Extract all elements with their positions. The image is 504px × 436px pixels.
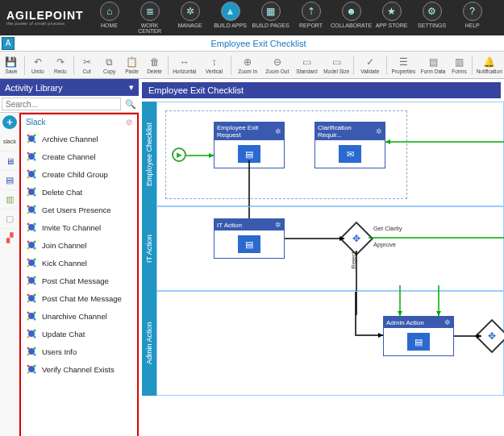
app-tab-icon[interactable]: A — [2, 37, 15, 50]
library-group-header[interactable]: Slack ⊘ — [21, 114, 137, 130]
ribbon-zoom-out[interactable]: ⊖Zoom Out — [262, 53, 292, 77]
paste-icon: 📋 — [126, 56, 138, 68]
svg-point-43 — [27, 283, 30, 285]
svg-point-44 — [34, 283, 36, 285]
svg-point-68 — [27, 372, 30, 374]
svg-point-36 — [27, 259, 30, 261]
stencil-tab-shapes[interactable]: ▞ — [0, 229, 19, 248]
activity-it-action[interactable]: IT Action✲ ▤ — [214, 218, 285, 259]
library-item[interactable]: Post Chat Message — [21, 272, 137, 289]
library-item[interactable]: Users Info — [21, 343, 137, 360]
nav-app-store[interactable]: ★APP STORE — [373, 2, 411, 34]
svg-point-45 — [28, 295, 35, 301]
activity-icon — [26, 204, 37, 215]
nav-build-pages[interactable]: ▦BUILD PAGES — [252, 2, 290, 34]
library-search-input[interactable] — [2, 98, 121, 110]
gear-icon[interactable]: ✲ — [376, 127, 382, 135]
swimlane-label[interactable]: IT Action — [142, 206, 156, 291]
activity-employee-exit-request[interactable]: Employee Exit Request✲ ▤ — [214, 122, 285, 168]
library-item[interactable]: Create Channel — [21, 147, 137, 165]
svg-point-17 — [34, 188, 36, 190]
ribbon-forms[interactable]: ▥Forms — [448, 53, 471, 77]
stencil-tab-slack[interactable]: slack — [0, 132, 19, 152]
ribbon-vertical[interactable]: ↕Vertical — [199, 53, 229, 77]
library-item[interactable]: Update Chat — [21, 325, 137, 343]
activity-icon — [26, 363, 37, 375]
cut-icon: ✂ — [83, 56, 91, 68]
library-item[interactable]: Invite To Channel — [21, 218, 137, 236]
ribbon-notification[interactable]: 🔔Notification — [474, 53, 504, 77]
swimlane-label[interactable]: Employee Checklist — [142, 102, 156, 206]
add-stencil-button[interactable]: + — [2, 115, 17, 130]
library-item[interactable]: Get Users Presence — [21, 201, 137, 218]
svg-point-15 — [28, 189, 35, 195]
svg-point-46 — [27, 294, 30, 297]
zoom in-icon: ⊕ — [244, 56, 252, 68]
undo-icon: ↶ — [34, 56, 42, 68]
nav-manage[interactable]: ✲MANAGE — [171, 2, 210, 34]
search-icon[interactable]: 🔍 — [124, 98, 137, 110]
svg-point-31 — [27, 241, 30, 243]
gateway[interactable]: ✥ — [475, 319, 504, 353]
svg-point-26 — [27, 223, 30, 226]
gear-icon[interactable]: ✲ — [444, 318, 451, 326]
ribbon-redo[interactable]: ↷Redo — [49, 53, 72, 77]
ribbon-validate[interactable]: ✓Validate — [355, 53, 385, 77]
svg-point-5 — [28, 153, 35, 160]
svg-point-69 — [34, 372, 36, 374]
ribbon-save[interactable]: 💾Save — [0, 53, 23, 77]
library-item[interactable]: Join Channel — [21, 236, 137, 254]
start-event[interactable]: ▶ — [172, 147, 186, 162]
activity-clarification[interactable]: Clarification Requir...✲ ✉ — [314, 122, 385, 168]
ribbon-undo[interactable]: ↶Undo — [27, 53, 49, 77]
forms-icon: ▥ — [455, 56, 464, 68]
library-item[interactable]: Create Child Group — [21, 165, 137, 183]
stencil-tab-doc[interactable]: ▥ — [0, 190, 19, 210]
nav-report[interactable]: ⇡REPORT — [292, 2, 331, 34]
ribbon-paste[interactable]: 📋Paste — [121, 53, 144, 77]
ribbon-delete[interactable]: 🗑Delete — [144, 53, 166, 77]
ribbon-properties[interactable]: ☰Properties — [389, 53, 419, 77]
library-item[interactable]: Delete Chat — [21, 183, 137, 201]
svg-point-58 — [27, 336, 30, 338]
library-item[interactable]: Kick Channel — [21, 254, 137, 272]
library-item[interactable]: Post Chat Me Message — [21, 289, 137, 307]
stencil-tab-form[interactable]: ▤ — [0, 171, 19, 190]
ribbon-form-data[interactable]: ▤Form Data — [419, 53, 448, 77]
svg-point-27 — [34, 223, 36, 226]
process-canvas[interactable]: Employee Checklist ▶ Employee Exit Reque… — [139, 102, 504, 434]
activity-library-header: Activity Library ▾ — [0, 79, 139, 96]
library-item[interactable]: Verify Channel Exists — [21, 360, 137, 378]
stencil-tab-window[interactable]: ▢ — [0, 210, 19, 229]
stencil-tab-monitor[interactable]: 🖥 — [0, 152, 19, 171]
ribbon-copy[interactable]: ⧉Copy — [98, 53, 121, 77]
library-item[interactable]: Unarchive Channel — [21, 307, 137, 325]
nav-work-center[interactable]: ≣WORK CENTER — [131, 2, 169, 34]
close-icon[interactable]: ⊘ — [126, 118, 132, 127]
library-item[interactable]: Archive Channel — [21, 130, 137, 147]
svg-point-63 — [27, 354, 30, 356]
collapse-icon[interactable]: ▾ — [129, 82, 134, 93]
svg-point-42 — [34, 276, 36, 279]
nav-home[interactable]: ⌂HOME — [90, 2, 129, 34]
nav-help[interactable]: ?HELP — [453, 2, 492, 34]
gear-icon[interactable]: ✲ — [275, 221, 281, 229]
svg-point-37 — [34, 259, 36, 261]
ribbon-model-size[interactable]: ▭Model Size — [322, 53, 352, 77]
ribbon-horizontal[interactable]: ↔Horizontal — [169, 53, 199, 77]
activity-admin-action[interactable]: Admin Action✲ ▤ — [383, 316, 454, 356]
nav-settings[interactable]: ⚙SETTINGS — [413, 2, 452, 34]
svg-point-14 — [34, 176, 36, 179]
swimlane-label[interactable]: Admin Action — [142, 291, 156, 396]
ribbon-standard[interactable]: ▭Standard — [292, 53, 322, 77]
ribbon-cut[interactable]: ✂Cut — [76, 53, 98, 77]
nav-icon: ≣ — [140, 2, 160, 21]
svg-point-21 — [27, 206, 30, 208]
svg-point-7 — [34, 152, 36, 155]
ribbon-zoom-in[interactable]: ⊕Zoom In — [233, 53, 263, 77]
gateway[interactable]: ✥ — [339, 222, 373, 255]
nav-collaborate[interactable]: ☻COLLABORATE — [332, 2, 371, 34]
gear-icon[interactable]: ✲ — [275, 127, 281, 135]
nav-build-apps[interactable]: ▲BUILD APPS — [211, 2, 250, 34]
svg-point-22 — [34, 206, 36, 208]
